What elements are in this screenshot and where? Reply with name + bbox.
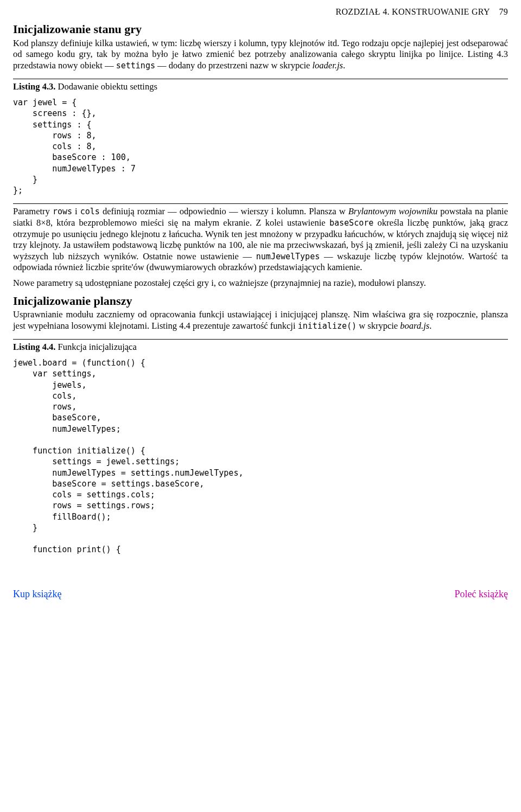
parameters-paragraph-2: Nowe parametry są udostępniane pozostałe…: [13, 278, 508, 289]
page-number: 79: [499, 7, 508, 16]
game-title: Brylantowym wojowniku: [348, 206, 438, 216]
section-heading-init-board: Inicjalizowanie planszy: [13, 293, 508, 309]
inline-code: numJewelTypes: [256, 252, 320, 261]
page-footer: Kup książkę Poleć książkę: [13, 588, 508, 600]
section-heading-init-state: Inicjalizowanie stanu gry: [13, 22, 508, 37]
filename: board.js: [400, 321, 429, 331]
section1-paragraph: Kod planszy definiuje kilka ustawień, w …: [13, 38, 508, 72]
recommend-book-link[interactable]: Poleć książkę: [455, 588, 508, 600]
listing-4-3-code: var jewel = { screens : {}, settings : {…: [13, 97, 508, 196]
filename: loader.js: [313, 60, 343, 71]
inline-code: cols: [80, 207, 100, 216]
inline-code: rows: [53, 207, 72, 216]
listing-4-4-title: Listing 4.4. Funkcja inicjalizująca: [13, 342, 508, 353]
inline-code: initialize(): [298, 321, 357, 331]
inline-code: baseScore: [329, 218, 373, 228]
divider: [13, 339, 508, 340]
divider: [13, 79, 508, 79]
divider: [13, 203, 508, 204]
listing-4-3-title: Listing 4.3. Dodawanie obiektu settings: [13, 81, 508, 93]
inline-code: settings: [116, 61, 155, 71]
listing-4-4-code: jewel.board = (function() { var settings…: [13, 357, 508, 555]
page-header: ROZDZIAŁ 4. KONSTRUOWANIE GRY 79: [13, 7, 508, 17]
buy-book-link[interactable]: Kup książkę: [13, 588, 61, 600]
parameters-paragraph: Parametry rows i cols definiują rozmiar …: [13, 206, 508, 273]
chapter-label: ROZDZIAŁ 4. KONSTRUOWANIE GRY: [336, 7, 490, 16]
section2-paragraph: Usprawnianie modułu zaczniemy od opracow…: [13, 309, 508, 331]
